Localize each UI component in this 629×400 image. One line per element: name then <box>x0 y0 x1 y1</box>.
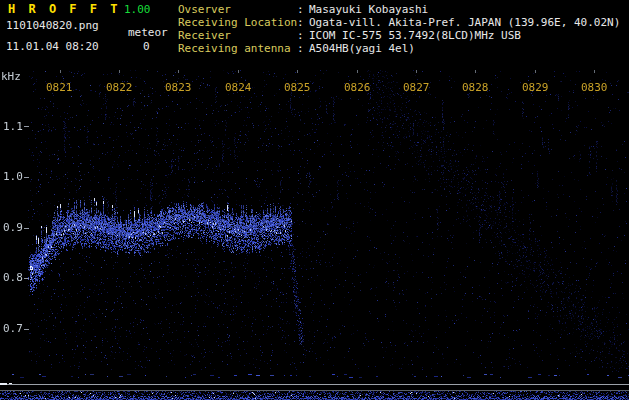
time-tick-label: 0830 <box>581 82 608 94</box>
time-tick-label: 0822 <box>106 82 133 94</box>
freq-tick-label: 1.0 <box>3 171 23 183</box>
freq-tick-label: 0.8 <box>3 272 23 284</box>
app-title: H R O F F T <box>8 3 120 15</box>
app-version: 1.00 <box>124 4 151 16</box>
observation-datetime: 11.01.04 08:20 <box>6 41 99 53</box>
info-row-observer: Ovserver : Masayuki Kobayashi <box>178 4 629 16</box>
info-separator: : <box>297 43 304 55</box>
freq-tick-label: 0.9 <box>3 222 23 234</box>
info-label: Receiver <box>178 30 231 42</box>
info-separator: : <box>297 30 304 42</box>
info-value: ICOM IC-575 53.7492(8LCD)MHz USB <box>309 30 521 42</box>
info-row-antenna: Receiving antenna : A504HB(yagi 4el) <box>178 43 629 55</box>
info-separator: : <box>297 4 304 16</box>
info-value: Ogata-vill. Akita-Pref. JAPAN (139.96E, … <box>309 17 620 29</box>
freq-tick-label: 0.7 <box>3 323 23 335</box>
time-tick-label: 0829 <box>522 82 549 94</box>
time-tick-label: 0825 <box>284 82 311 94</box>
spectrogram-canvas <box>0 70 629 400</box>
time-tick-label: 0823 <box>165 82 192 94</box>
info-label: Receiving Location <box>178 17 297 29</box>
info-value: Masayuki Kobayashi <box>309 4 428 16</box>
info-row-receiver: Receiver : ICOM IC-575 53.7492(8LCD)MHz … <box>178 30 629 42</box>
time-tick-label: 0828 <box>462 82 489 94</box>
time-tick-label: 0827 <box>403 82 430 94</box>
info-separator: : <box>297 17 304 29</box>
info-value: A504HB(yagi 4el) <box>309 43 415 55</box>
time-tick-label: 0821 <box>46 82 73 94</box>
info-label: Receiving antenna <box>178 43 291 55</box>
station-info: Ovserver : Masayuki Kobayashi Receiving … <box>178 0 629 70</box>
info-row-location: Receiving Location : Ogata-vill. Akita-P… <box>178 17 629 29</box>
output-filename: 1101040820.png <box>6 20 99 32</box>
hrofft-output: H R O F F T 1.00 1101040820.png meteor 1… <box>0 0 629 400</box>
freq-axis-unit: kHz <box>1 71 21 83</box>
meteor-count-value: 0 <box>143 41 150 53</box>
meteor-counter-label: meteor <box>128 27 168 39</box>
time-tick-label: 0826 <box>344 82 371 94</box>
time-tick-label: 0824 <box>225 82 252 94</box>
info-label: Ovserver <box>178 4 231 16</box>
freq-tick-label: 1.1 <box>3 121 23 133</box>
